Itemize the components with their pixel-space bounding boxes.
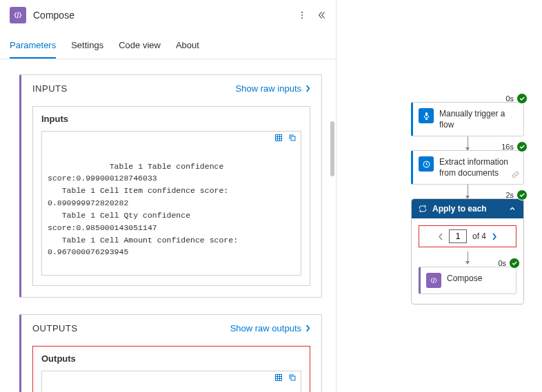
extract-icon (419, 156, 434, 172)
compose-icon (10, 7, 26, 23)
node-label: Manually trigger a flow (439, 108, 516, 130)
flow-node-compose[interactable]: 0s Compose (419, 267, 516, 294)
flow-connector (468, 185, 468, 198)
node-time: 0s (505, 94, 514, 103)
tab-settings[interactable]: Settings (71, 34, 103, 59)
tab-codeview[interactable]: Code view (119, 34, 161, 59)
copy-icon[interactable] (288, 373, 297, 386)
flow-connector (468, 136, 468, 150)
inputs-subcard: Inputs Table 1 Table confidence score:0.… (32, 106, 310, 286)
page-input[interactable] (449, 229, 467, 243)
status-badge: 0s (505, 93, 528, 104)
svg-point-1 (301, 14, 303, 16)
status-badge: 2s (505, 189, 528, 200)
node-time: 16s (501, 142, 514, 152)
grid-icon[interactable] (274, 134, 283, 146)
outputs-sub-title: Outputs (41, 353, 76, 364)
outputs-codebox: Table 1 Table confidence score:0.9990001… (41, 371, 301, 392)
link-icon (512, 171, 519, 182)
check-icon (516, 189, 528, 200)
collapse-icon[interactable] (317, 10, 326, 20)
inputs-codebox: Table 1 Table confidence score:0.9990001… (41, 131, 301, 276)
svg-rect-7 (425, 112, 427, 116)
grid-icon[interactable] (274, 373, 283, 386)
node-time: 2s (505, 191, 514, 199)
next-page-button[interactable] (492, 233, 497, 240)
tab-about[interactable]: About (176, 34, 199, 59)
check-icon (509, 258, 520, 269)
loop-icon (419, 205, 427, 213)
flow-node-trigger[interactable]: 0s Manually trigger a flow (411, 102, 524, 136)
panel-title: Compose (33, 10, 290, 21)
outputs-subcard: Outputs Table 1 Table confidence score:0… (32, 346, 310, 392)
chevron-up-icon[interactable] (508, 205, 516, 213)
inputs-sub-title: Inputs (41, 114, 68, 124)
tab-parameters[interactable]: Parameters (10, 34, 56, 59)
prev-page-button[interactable] (438, 233, 443, 240)
show-raw-outputs-button[interactable]: Show raw outputs (230, 323, 310, 333)
flow-connector (468, 251, 468, 264)
scrollbar[interactable] (330, 121, 334, 176)
page-total: of 4 (472, 231, 486, 241)
flow-node-extract[interactable]: 16s Extract information from documents (411, 150, 524, 185)
inputs-title: INPUTS (32, 83, 68, 94)
svg-point-2 (301, 17, 303, 19)
copy-icon[interactable] (288, 134, 297, 146)
inputs-card: INPUTS Show raw inputs Inputs Table 1 Ta… (19, 74, 322, 298)
outputs-card: OUTPUTS Show raw outputs Outputs Table 1… (19, 314, 322, 392)
node-label: Compose (447, 273, 482, 285)
flow-canvas[interactable]: 0s Manually trigger a flow 16s Extract i… (337, 0, 542, 392)
node-time: 0s (498, 258, 506, 268)
check-icon (516, 93, 528, 104)
more-icon[interactable] (297, 10, 307, 20)
svg-rect-3 (276, 135, 282, 141)
inputs-content: Table 1 Table confidence score:0.9990001… (48, 162, 238, 257)
compose-node-icon (426, 273, 441, 288)
show-raw-inputs-label: Show raw inputs (236, 83, 301, 94)
svg-rect-4 (291, 136, 295, 141)
apply-header[interactable]: Apply to each (412, 199, 523, 218)
show-raw-outputs-label: Show raw outputs (230, 323, 301, 333)
status-badge: 0s (498, 258, 520, 269)
check-icon (516, 141, 528, 152)
trigger-icon (419, 108, 434, 123)
tab-bar: Parameters Settings Code view About (0, 34, 336, 59)
status-badge: 16s (501, 141, 528, 152)
svg-rect-5 (276, 374, 282, 380)
apply-label: Apply to each (432, 204, 487, 214)
pager: of 4 (419, 225, 516, 247)
show-raw-inputs-button[interactable]: Show raw inputs (236, 83, 310, 94)
svg-point-0 (301, 12, 303, 13)
flow-node-apply-to-each[interactable]: 2s Apply to each of 4 0s (411, 198, 524, 305)
outputs-title: OUTPUTS (32, 323, 78, 333)
node-label: Extract information from documents (439, 156, 516, 178)
svg-rect-6 (291, 376, 295, 380)
